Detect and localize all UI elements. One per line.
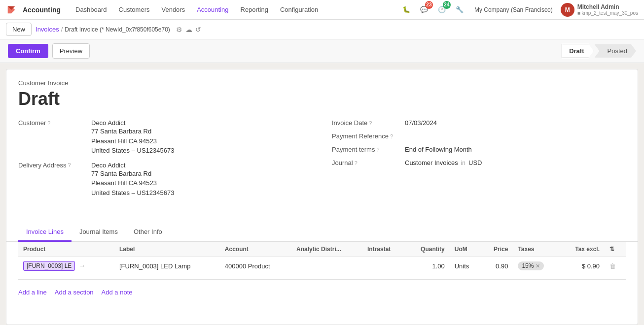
refresh-icon[interactable]: ↺ (195, 26, 201, 33)
cloud-icon[interactable]: ☁ (185, 26, 192, 33)
invoice-status: Draft (18, 89, 626, 109)
col-product: Product (18, 242, 114, 257)
clock-icon[interactable]: 🕐 24 (435, 3, 449, 17)
top-navigation: Accounting Dashboard Customers Vendors A… (0, 0, 644, 20)
col-intrastat: Intrastat (362, 242, 406, 257)
invoice-table: Product Label Account Analytic Distri...… (18, 242, 626, 275)
nav-vendors[interactable]: Vendors (156, 4, 190, 15)
invoice-date-help-icon[interactable]: ? (369, 120, 372, 126)
tab-invoice-lines[interactable]: Invoice Lines (18, 223, 72, 242)
status-draft[interactable]: Draft (562, 44, 593, 58)
nav-accounting[interactable]: Accounting (192, 4, 233, 15)
add-section-link[interactable]: Add a section (55, 289, 94, 296)
delivery-help-icon[interactable]: ? (68, 162, 71, 168)
journal-in-label: in (461, 160, 465, 166)
action-bar: Confirm Preview Draft Posted (0, 39, 644, 63)
tax-badge: 15% ✕ (518, 261, 544, 270)
payment-ref-help-icon[interactable]: ? (390, 133, 393, 139)
col-analytic: Analytic Distri... (291, 242, 362, 257)
new-button[interactable]: New (6, 23, 32, 36)
invoice-date-label: Invoice Date ? (332, 119, 401, 127)
form-left: Customer ? Deco Addict 77 Santa Barbara … (18, 119, 312, 203)
tabs-bar: Invoice Lines Journal Items Other Info (6, 223, 638, 242)
tax-remove-icon[interactable]: ✕ (536, 263, 540, 269)
confirm-button[interactable]: Confirm (8, 44, 48, 58)
user-avatar: M (561, 3, 574, 17)
add-links-bar: Add a line Add a section Add a note (6, 284, 638, 301)
customer-label: Customer ? (18, 119, 87, 127)
journal-currency: USD (468, 159, 482, 166)
wrench-icon[interactable]: 🔧 (453, 3, 466, 17)
user-menu[interactable]: M Mitchell Admin ■ kmp_2_test_may_30_pos (561, 3, 638, 17)
nav-dashboard[interactable]: Dashboard (71, 4, 112, 15)
add-note-link[interactable]: Add a note (102, 289, 133, 296)
preview-button[interactable]: Preview (52, 43, 90, 59)
row-arrow-icon: → (79, 262, 85, 269)
form-body: Customer Invoice Draft Customer ? Deco A… (6, 69, 638, 223)
col-account: Account (220, 242, 291, 257)
col-price: Price (481, 242, 513, 257)
row-uom[interactable]: Units (450, 257, 482, 275)
app-name: Accounting (23, 6, 61, 14)
status-posted[interactable]: Posted (595, 44, 636, 58)
customer-value[interactable]: Deco Addict 77 Santa Barbara Rd Pleasant… (91, 119, 174, 156)
tab-journal-items[interactable]: Journal Items (72, 223, 126, 242)
table-row: [FURN_0003] LE → [FURN_0003] LED Lamp 40… (18, 257, 626, 275)
settings-icon[interactable]: ⚙ (176, 26, 182, 33)
delivery-value[interactable]: Deco Addict 77 Santa Barbara Rd Pleasant… (91, 162, 174, 198)
row-taxes[interactable]: 15% ✕ (513, 257, 560, 275)
row-label[interactable]: [FURN_0003] LED Lamp (114, 257, 220, 275)
col-tax-excl: Tax excl. (560, 242, 605, 257)
clock-badge: 24 (443, 1, 451, 9)
col-quantity: Quantity (405, 242, 449, 257)
journal-label: Journal ? (332, 159, 401, 166)
col-label: Label (114, 242, 220, 257)
breadcrumb: Invoices / Draft Invoice (* NewId_0x7f85… (36, 26, 170, 33)
journal-value[interactable]: Customer Invoices in USD (405, 159, 482, 166)
nav-reporting[interactable]: Reporting (236, 4, 273, 15)
invoice-lines-section: Product Label Account Analytic Distri...… (6, 242, 638, 280)
product-badge: [FURN_0003] LE (23, 261, 75, 271)
messages-icon[interactable]: 💬 23 (417, 3, 431, 17)
app-logo[interactable] (6, 4, 17, 15)
bug-icon[interactable]: 🐛 (399, 3, 413, 17)
payment-ref-field: Payment Reference ? (332, 132, 626, 140)
row-price[interactable]: 0.90 (481, 257, 513, 275)
nav-customers[interactable]: Customers (114, 4, 155, 15)
company-name: My Company (San Francisco) (474, 6, 553, 13)
payment-terms-help-icon[interactable]: ? (376, 147, 379, 153)
delivery-address-field: Delivery Address ? Deco Addict 77 Santa … (18, 162, 312, 198)
row-delete[interactable]: 🗑 (605, 257, 626, 275)
add-line-link[interactable]: Add a line (18, 289, 47, 296)
payment-ref-value[interactable] (405, 132, 407, 140)
messages-badge: 23 (425, 1, 433, 9)
payment-terms-value[interactable]: End of Following Month (405, 146, 472, 153)
payment-terms-label: Payment terms ? (332, 146, 401, 153)
customer-field: Customer ? Deco Addict 77 Santa Barbara … (18, 119, 312, 156)
customer-help-icon[interactable]: ? (47, 120, 50, 126)
main-form: Customer Invoice Draft Customer ? Deco A… (6, 69, 638, 325)
row-product[interactable]: [FURN_0003] LE → (18, 257, 114, 275)
row-tax-excl: $ 0.90 (560, 257, 605, 275)
row-account[interactable]: 400000 Product (220, 257, 291, 275)
breadcrumb-parent[interactable]: Invoices (36, 26, 59, 33)
col-actions: ⇅ (605, 242, 626, 257)
form-right: Invoice Date ? 07/03/2024 Payment Refere… (332, 119, 626, 203)
invoice-type-label: Customer Invoice (18, 79, 626, 87)
tab-other-info[interactable]: Other Info (126, 223, 170, 242)
journal-help-icon[interactable]: ? (355, 160, 358, 166)
company-selector[interactable]: My Company (San Francisco) (474, 6, 553, 13)
invoice-date-field: Invoice Date ? 07/03/2024 (332, 119, 626, 127)
col-uom: UoM (450, 242, 482, 257)
row-analytic[interactable] (291, 257, 362, 275)
col-taxes: Taxes (513, 242, 560, 257)
breadcrumb-actions: ⚙ ☁ ↺ (176, 26, 201, 33)
payment-ref-label: Payment Reference ? (332, 132, 401, 140)
nav-configuration[interactable]: Configuration (275, 4, 323, 15)
row-intrastat[interactable] (362, 257, 406, 275)
form-grid: Customer ? Deco Addict 77 Santa Barbara … (18, 119, 626, 203)
user-name: Mitchell Admin (577, 3, 638, 10)
row-quantity[interactable]: 1.00 (405, 257, 449, 275)
invoice-date-value[interactable]: 07/03/2024 (405, 119, 437, 127)
breadcrumb-current: Draft Invoice (* NewId_0x7f850f605e70) (65, 26, 170, 33)
